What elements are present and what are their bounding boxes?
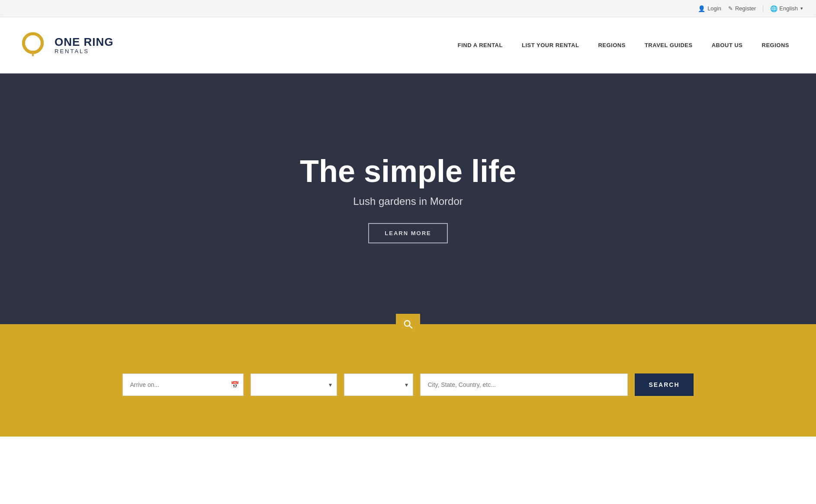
nav-regions-2[interactable]: REGIONS xyxy=(752,42,799,48)
bedrooms-select-wrap: 1 Bedroom 2 Bedrooms 3 Bedrooms 4+ Bedro… xyxy=(344,373,413,396)
login-icon: 👤 xyxy=(698,5,705,12)
main-nav: FIND A RENTAL LIST YOUR RENTAL REGIONS T… xyxy=(448,42,799,48)
nav-find-a-rental[interactable]: FIND A RENTAL xyxy=(448,42,512,48)
nav-travel-guides[interactable]: TRAVEL GUIDES xyxy=(635,42,702,48)
top-bar: 👤 Login ✎ Register 🌐 English ▾ xyxy=(0,0,816,17)
svg-line-4 xyxy=(409,325,412,328)
header: ONE RING RENTALS FIND A RENTAL LIST YOUR… xyxy=(0,17,816,73)
register-label: Register xyxy=(735,5,756,12)
hero-title: The simple life xyxy=(300,154,516,188)
search-form: 📅 1 Guest 2 Guests 3 Guests 4 Guests 5+ … xyxy=(122,373,693,396)
divider xyxy=(763,5,763,13)
logo-subtitle: RENTALS xyxy=(55,48,114,54)
nav-list-your-rental[interactable]: LIST YOUR RENTAL xyxy=(512,42,588,48)
arrive-date-input[interactable] xyxy=(122,373,244,396)
search-button[interactable]: SEARCH xyxy=(635,373,693,396)
search-toggle-button[interactable] xyxy=(396,314,420,335)
search-icon xyxy=(403,319,413,329)
register-link[interactable]: ✎ Register xyxy=(728,5,756,12)
globe-icon: 🌐 xyxy=(770,5,777,12)
logo-ring-icon xyxy=(17,30,48,61)
language-selector[interactable]: 🌐 English ▾ xyxy=(770,5,803,12)
hero-section: The simple life Lush gardens in Mordor L… xyxy=(0,73,816,324)
nav-regions-1[interactable]: REGIONS xyxy=(588,42,635,48)
location-input[interactable] xyxy=(420,373,628,396)
register-icon: ✎ xyxy=(728,5,733,12)
guests-select[interactable]: 1 Guest 2 Guests 3 Guests 4 Guests 5+ Gu… xyxy=(251,373,337,396)
learn-more-button[interactable]: LEARN MORE xyxy=(368,223,447,243)
nav-about-us[interactable]: ABOUT US xyxy=(702,42,752,48)
language-label: English xyxy=(779,5,798,12)
search-section: 📅 1 Guest 2 Guests 3 Guests 4 Guests 5+ … xyxy=(0,324,816,437)
hero-subtitle: Lush gardens in Mordor xyxy=(353,195,463,207)
logo-text: ONE RING RENTALS xyxy=(55,36,114,55)
logo-title: ONE RING xyxy=(55,36,114,48)
login-link[interactable]: 👤 Login xyxy=(698,5,721,12)
chevron-down-icon: ▾ xyxy=(800,6,803,11)
logo-link[interactable]: ONE RING RENTALS xyxy=(17,30,114,61)
bedrooms-select[interactable]: 1 Bedroom 2 Bedrooms 3 Bedrooms 4+ Bedro… xyxy=(344,373,413,396)
date-input-wrap: 📅 xyxy=(122,373,244,396)
login-label: Login xyxy=(707,5,721,12)
svg-point-0 xyxy=(23,34,42,52)
guests-select-wrap: 1 Guest 2 Guests 3 Guests 4 Guests 5+ Gu… xyxy=(251,373,337,396)
